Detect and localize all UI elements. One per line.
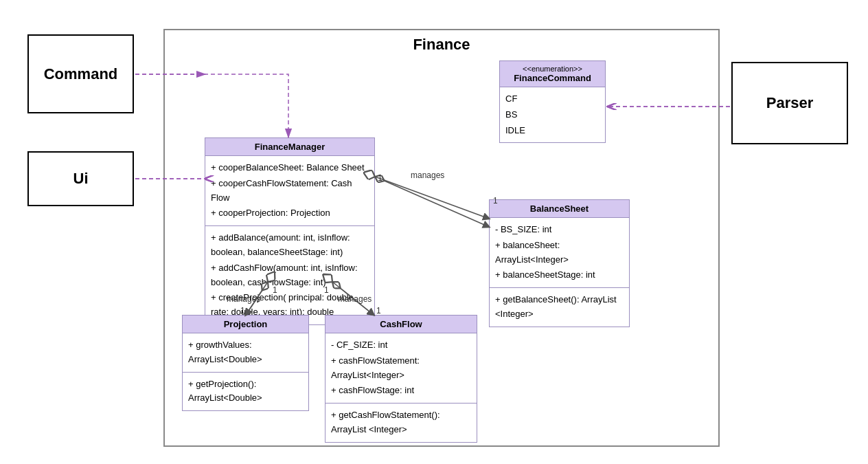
projection-methods: + getProjection(): ArrayList<Double> [183,373,308,411]
finance-manager-header: FinanceManager [205,138,374,156]
projection-header: Projection [183,316,308,333]
fm-method-1: + addBalance(amount: int, isInflow: bool… [211,231,369,260]
mult-1-proj: 1 [240,306,245,316]
command-label: Command [44,65,118,83]
bs-attr-2: + balanceSheet: ArrayList<Integer> [495,239,624,267]
fc-val-idle: IDLE [505,124,599,138]
ui-label: Ui [73,170,89,188]
balance-sheet-name: BalanceSheet [530,203,589,214]
manages-label-3: manages [338,294,372,304]
bs-method-1: + getBalanceSheet(): ArrayList <Integer> [495,293,624,322]
proj-method-1: + getProjection(): ArrayList<Double> [188,377,303,406]
parser-box: Parser [731,62,848,144]
cf-method-1: + getCashFlowStatement(): ArrayList <Int… [331,408,471,437]
cf-attr-1: - CF_SIZE: int [331,338,471,353]
manages-label-2: manages [227,294,260,304]
ui-box: Ui [27,151,134,206]
finance-command-header: <<enumeration>> FinanceCommand [500,61,605,87]
balance-sheet-class: BalanceSheet - BS_SIZE: int + balanceShe… [489,199,630,327]
fm-attr-2: + cooperCashFlowStatement: Cash Flow [211,177,369,206]
finance-command-class: <<enumeration>> FinanceCommand CF BS IDL… [499,60,606,143]
balance-sheet-header: BalanceSheet [490,200,629,218]
parser-label: Parser [766,94,814,112]
finance-title: Finance [163,29,720,54]
manages-label-1: manages [411,170,444,180]
mult-1-fm-bs: 1 [378,173,382,183]
fm-attr-3: + cooperProjection: Projection [211,206,369,221]
cashflow-name: CashFlow [380,319,422,329]
projection-attrs: + growthValues: ArrayList<Double> [183,333,308,373]
fm-attr-1: + cooperBalanceSheet: Balance Sheet [211,161,369,175]
command-box: Command [27,34,134,113]
fc-val-cf: CF [505,92,599,107]
mult-1-fm-cf: 1 [324,285,329,295]
bs-attr-3: + balanceSheetStage: int [495,268,624,283]
diagram-container: Finance Command Ui Parser <<enumeration>… [0,0,868,464]
finance-manager-name: FinanceManager [255,142,326,152]
finance-command-stereotype: <<enumeration>> [505,65,599,73]
fc-val-bs: BS [505,108,599,122]
projection-class: Projection + growthValues: ArrayList<Dou… [182,315,309,411]
cashflow-attrs: - CF_SIZE: int + cashFlowStatement: Arra… [326,333,477,404]
finance-command-values: CF BS IDLE [500,87,605,142]
cashflow-header: CashFlow [326,316,477,333]
cashflow-class: CashFlow - CF_SIZE: int + cashFlowStatem… [325,315,477,443]
finance-command-name: FinanceCommand [514,73,591,83]
cf-attr-2: + cashFlowStatement: ArrayList<Integer> [331,354,471,383]
balance-sheet-methods: + getBalanceSheet(): ArrayList <Integer> [490,288,629,327]
mult-1-bs: 1 [493,196,498,206]
cf-attr-3: + cashFlowStage: int [331,384,471,398]
mult-1-cf: 1 [376,306,381,316]
mult-1-fm-proj: 1 [273,285,277,295]
projection-name: Projection [224,319,268,329]
cashflow-methods: + getCashFlowStatement(): ArrayList <Int… [326,404,477,442]
bs-attr-1: - BS_SIZE: int [495,223,624,237]
proj-attr-1: + growthValues: ArrayList<Double> [188,338,303,367]
balance-sheet-attrs: - BS_SIZE: int + balanceSheet: ArrayList… [490,218,629,288]
fm-method-2: + addCashFlow(amount: int, isInflow: boo… [211,261,369,290]
finance-manager-methods: + addBalance(amount: int, isInflow: bool… [205,226,374,324]
finance-manager-attrs: + cooperBalanceSheet: Balance Sheet + co… [205,156,374,226]
